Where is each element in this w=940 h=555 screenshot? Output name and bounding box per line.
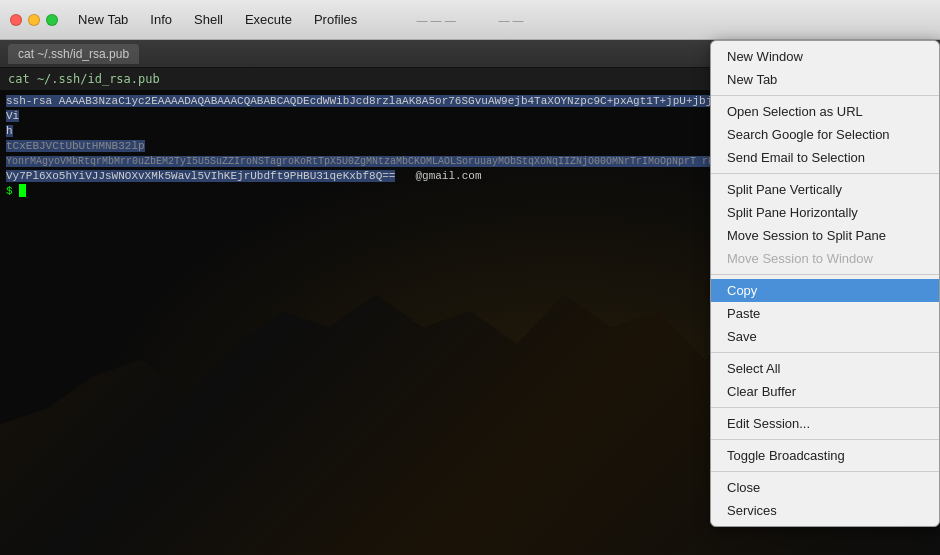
separator-2 — [711, 173, 939, 174]
context-new-tab[interactable]: New Tab — [711, 68, 939, 91]
context-search-google[interactable]: Search Google for Selection — [711, 123, 939, 146]
context-split-horizontal[interactable]: Split Pane Horizontally — [711, 201, 939, 224]
close-button[interactable] — [10, 14, 22, 26]
menu-bar: New Tab Info Shell Execute Profiles — [58, 10, 361, 29]
context-send-email[interactable]: Send Email to Selection — [711, 146, 939, 169]
context-open-selection[interactable]: Open Selection as URL — [711, 100, 939, 123]
traffic-lights — [0, 14, 58, 26]
context-menu: New Window New Tab Open Selection as URL… — [710, 40, 940, 527]
title-bar: New Tab Info Shell Execute Profiles — — … — [0, 0, 940, 40]
context-save[interactable]: Save — [711, 325, 939, 348]
current-path: cat ~/.ssh/id_rsa.pub — [8, 72, 160, 86]
context-services[interactable]: Services — [711, 499, 939, 522]
maximize-button[interactable] — [46, 14, 58, 26]
minimize-button[interactable] — [28, 14, 40, 26]
context-copy[interactable]: Copy — [711, 279, 939, 302]
separator-1 — [711, 95, 939, 96]
separator-7 — [711, 471, 939, 472]
menu-info[interactable]: Info — [146, 10, 176, 29]
context-move-session-w: Move Session to Window — [711, 247, 939, 270]
menu-shell[interactable]: Shell — [190, 10, 227, 29]
menu-execute[interactable]: Execute — [241, 10, 296, 29]
separator-3 — [711, 274, 939, 275]
active-tab[interactable]: cat ~/.ssh/id_rsa.pub — [8, 44, 139, 64]
context-new-window[interactable]: New Window — [711, 45, 939, 68]
context-select-all[interactable]: Select All — [711, 357, 939, 380]
separator-6 — [711, 439, 939, 440]
context-toggle-broadcasting[interactable]: Toggle Broadcasting — [711, 444, 939, 467]
context-split-vertical[interactable]: Split Pane Vertically — [711, 178, 939, 201]
menu-profiles[interactable]: Profiles — [310, 10, 361, 29]
cursor — [19, 184, 26, 197]
term-key-text: ssh-rsa AAAAB3NzaC1yc2EAAAADAQABAAACQABA… — [6, 95, 792, 107]
separator-5 — [711, 407, 939, 408]
context-clear-buffer[interactable]: Clear Buffer — [711, 380, 939, 403]
context-paste[interactable]: Paste — [711, 302, 939, 325]
context-move-session[interactable]: Move Session to Split Pane — [711, 224, 939, 247]
menu-new-tab[interactable]: New Tab — [74, 10, 132, 29]
context-edit-session[interactable]: Edit Session... — [711, 412, 939, 435]
context-close[interactable]: Close — [711, 476, 939, 499]
separator-4 — [711, 352, 939, 353]
window-title: — — — — — — [417, 13, 524, 27]
